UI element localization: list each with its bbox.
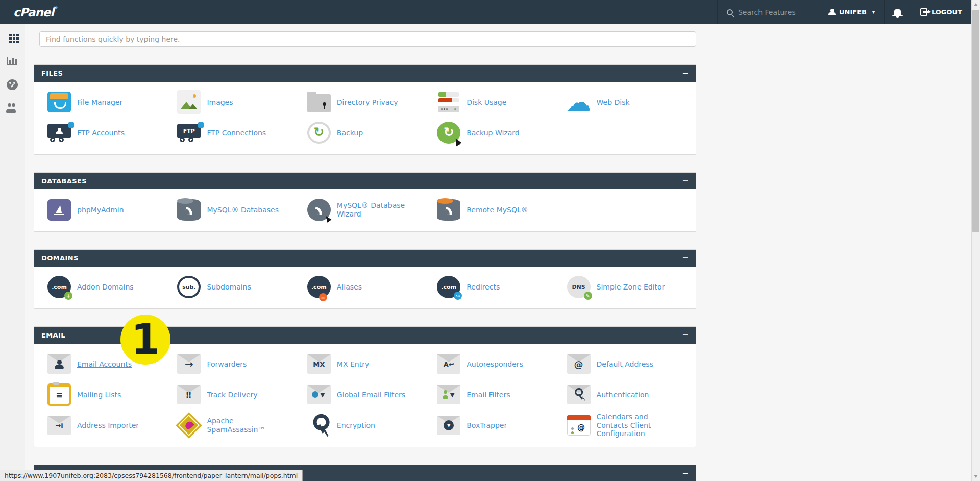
mailing-lists-glyph: ≡ xyxy=(56,390,62,400)
chevron-down-icon: ▾ xyxy=(872,9,875,15)
sidebar-item-user-manager[interactable] xyxy=(6,103,18,115)
app-item-label[interactable]: MySQL® Databases xyxy=(207,206,279,214)
app-item-label[interactable]: Track Delivery xyxy=(207,391,257,399)
addon-domains-icon: .com+ xyxy=(47,276,71,298)
backup-icon: ↻ xyxy=(307,122,331,144)
app-item-label[interactable]: Email Accounts xyxy=(77,360,132,369)
disk-usage-icon xyxy=(437,90,460,114)
app-item-label[interactable]: FTP Accounts xyxy=(77,129,125,137)
app-item-label[interactable]: Web Disk xyxy=(597,98,630,107)
address-importer-glyph: →i xyxy=(55,422,63,429)
sidebar-item-home[interactable] xyxy=(6,31,18,43)
web-disk-icon: ☁ xyxy=(567,90,591,114)
apache-spamassassin-glyph xyxy=(184,420,194,431)
app-item-label[interactable]: Global Email Filters xyxy=(337,391,405,399)
app-item-simple-zone-editor: DNS✎ Simple Zone Editor xyxy=(560,274,690,300)
app-item-label[interactable]: Mailing Lists xyxy=(77,391,121,399)
user-menu[interactable]: UNIFEB ▾ xyxy=(819,0,884,24)
authentication-icon xyxy=(567,385,591,404)
encryption-glyph xyxy=(309,414,329,437)
app-item-label[interactable]: Calendars and Contacts Client Configurat… xyxy=(597,413,673,438)
app-item-label[interactable]: MySQL® Database Wizard xyxy=(337,201,413,219)
app-item-label[interactable]: Backup xyxy=(337,129,363,137)
app-item-label[interactable]: Forwarders xyxy=(207,360,247,369)
email-filters-icon: ▼ xyxy=(437,385,460,404)
global-email-filters-glyph: ▼ xyxy=(313,391,325,398)
email-accounts-icon xyxy=(47,354,71,374)
app-item-label[interactable]: Encryption xyxy=(337,421,375,430)
search-features-input[interactable] xyxy=(738,8,810,16)
app-item-label[interactable]: MX Entry xyxy=(337,360,369,369)
calendars-icon: @ xyxy=(567,415,591,436)
app-item-label[interactable]: Disk Usage xyxy=(467,98,506,107)
app-item-encryption: Encryption xyxy=(300,412,430,439)
link-status-bar: https://www.1907unifeb.org:2083/cpsess79… xyxy=(0,470,303,481)
app-item-label[interactable]: Default Address xyxy=(597,360,653,369)
app-item-label[interactable]: Address Importer xyxy=(77,421,139,430)
app-item-label[interactable]: Directory Privacy xyxy=(337,98,398,107)
collapse-icon[interactable]: − xyxy=(682,254,689,262)
directory-privacy-glyph xyxy=(323,102,326,106)
section-files: FILES − File Manager Images Directory Pr… xyxy=(34,64,696,155)
app-item-label[interactable]: Remote MySQL® xyxy=(467,206,528,214)
scroll-up-arrow[interactable] xyxy=(974,3,978,6)
app-item-label[interactable]: phpMyAdmin xyxy=(77,206,124,214)
redirects-glyph: .com xyxy=(441,284,456,291)
scrollbar-thumb[interactable] xyxy=(972,10,979,232)
app-item-label[interactable]: Autoresponders xyxy=(467,360,523,369)
collapse-icon[interactable]: − xyxy=(682,177,689,185)
sidebar-item-dashboard[interactable] xyxy=(6,79,18,91)
web-disk-glyph: ☁ xyxy=(566,91,592,114)
authentication-glyph xyxy=(572,388,585,402)
app-item-label[interactable]: Email Filters xyxy=(467,391,510,399)
app-item-label[interactable]: Backup Wizard xyxy=(467,129,520,137)
top-navbar: cPanel® UNIFEB ▾ LOGOUT xyxy=(0,0,971,24)
page-scrollbar[interactable] xyxy=(971,0,980,481)
app-item-label[interactable]: Addon Domains xyxy=(77,283,134,292)
backup-glyph: ↻ xyxy=(313,126,324,138)
app-item-ftp-accounts: FTP Accounts xyxy=(40,119,170,146)
app-item-mysql-database-wizard: MySQL® Database Wizard xyxy=(300,197,430,223)
app-item-authentication: Authentication xyxy=(560,381,690,408)
collapse-icon[interactable]: − xyxy=(682,331,689,339)
registered-mark: ® xyxy=(54,6,57,10)
addon-domains-badge: + xyxy=(64,292,72,300)
section-grid: File Manager Images Directory Privacy Di… xyxy=(34,82,696,154)
aliases-badge: = xyxy=(319,293,327,301)
ftp-connections-glyph: FTP xyxy=(183,128,195,134)
app-item-label[interactable]: BoxTrapper xyxy=(467,421,507,430)
app-item-mailing-lists: ≡ Mailing Lists xyxy=(40,381,170,408)
app-item-label[interactable]: FTP Connections xyxy=(207,129,266,137)
app-item-remote-mysql: Remote MySQL® xyxy=(430,197,559,223)
forwarders-glyph: → xyxy=(185,358,193,370)
app-item-label[interactable]: Simple Zone Editor xyxy=(597,283,665,292)
app-item-phpmyadmin: phpMyAdmin xyxy=(40,197,170,223)
bar-chart-icon xyxy=(7,57,17,65)
app-item-label[interactable]: Images xyxy=(207,98,233,107)
notifications-button[interactable] xyxy=(884,0,911,24)
app-item-label[interactable]: Authentication xyxy=(597,391,649,399)
collapse-icon[interactable]: − xyxy=(682,470,689,477)
app-item-label[interactable]: Apache SpamAssassin™ xyxy=(207,417,283,434)
app-item-aliases: .com= Aliases xyxy=(300,274,430,300)
app-item-label[interactable]: Aliases xyxy=(337,283,362,292)
autoresponders-icon: A↩ xyxy=(437,354,460,374)
app-item-addon-domains: .com+ Addon Domains xyxy=(40,274,170,300)
mailing-lists-icon: ≡ xyxy=(47,383,71,406)
app-item-directory-privacy: Directory Privacy xyxy=(300,89,430,115)
section-title: FILES xyxy=(41,69,63,77)
global-email-filters-icon: ▼ xyxy=(307,385,331,404)
collapse-icon[interactable]: − xyxy=(682,69,689,77)
subdomains-icon: sub. xyxy=(177,276,201,298)
email-filters-glyph: ▼ xyxy=(443,391,455,399)
sidebar-item-statistics[interactable] xyxy=(6,55,18,67)
logout-button[interactable]: LOGOUT xyxy=(911,0,971,24)
find-functions-input[interactable] xyxy=(39,31,696,47)
app-item-label[interactable]: Redirects xyxy=(467,283,500,292)
scroll-down-arrow[interactable] xyxy=(974,475,978,478)
backup-wizard-icon: ↻ xyxy=(437,122,460,144)
aliases-icon: .com= xyxy=(307,276,331,298)
phpmyadmin-icon xyxy=(47,199,71,221)
app-item-label[interactable]: Subdomains xyxy=(207,283,251,292)
app-item-label[interactable]: File Manager xyxy=(77,98,122,107)
